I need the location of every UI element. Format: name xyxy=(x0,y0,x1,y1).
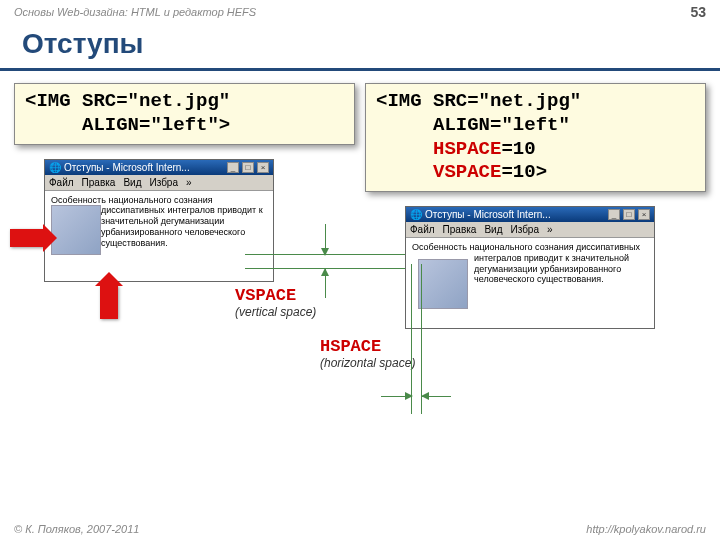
page-number: 53 xyxy=(690,4,706,20)
browser-content-left: Особенность национального сознания дисси… xyxy=(45,191,273,281)
vspace-guide-top xyxy=(245,254,417,255)
text-line1: Особенность национального xyxy=(412,242,533,252)
browser-window-left: 🌐 Отступы - Microsoft Intern... _ □ × Фа… xyxy=(44,159,274,282)
browser-titlebar: 🌐 Отступы - Microsoft Intern... _ □ × xyxy=(45,160,273,175)
vspace-guide-bottom xyxy=(245,268,417,269)
image-placeholder xyxy=(51,205,101,255)
menu-more-icon: » xyxy=(186,177,192,188)
header: Основы Web-дизайна: HTML и редактор HEFS… xyxy=(0,0,720,24)
vspace-sublabel: (vertical space) xyxy=(235,305,365,319)
page-title: Отступы xyxy=(0,24,720,71)
code-example-left: <IMG SRC="net.jpg" ALIGN="left"> xyxy=(14,83,355,145)
minimize-icon: _ xyxy=(608,209,620,220)
close-icon: × xyxy=(257,162,269,173)
ie-icon: 🌐 xyxy=(49,162,61,173)
maximize-icon: □ xyxy=(242,162,254,173)
menu-view: Вид xyxy=(123,177,141,188)
menu-edit: Правка xyxy=(82,177,116,188)
text-line1: Особенность национального xyxy=(51,195,172,205)
image-placeholder xyxy=(418,259,468,309)
text-line3: интегралов приводит к значительной дегум… xyxy=(474,253,629,285)
menu-edit: Правка xyxy=(443,224,477,235)
menu-file: Файл xyxy=(49,177,74,188)
breadcrumb: Основы Web-дизайна: HTML и редактор HEFS xyxy=(14,6,256,18)
browser-menubar-2: Файл Правка Вид Избра » xyxy=(406,222,654,238)
menu-more-icon: » xyxy=(547,224,553,235)
vspace-arrowhead-up-icon xyxy=(321,268,329,276)
vspace-label-block: VSPACE (vertical space) xyxy=(235,286,365,319)
browser-window-right: 🌐 Отступы - Microsoft Intern... _ □ × Фа… xyxy=(405,206,655,329)
right-column: <IMG SRC="net.jpg" ALIGN="left" HSPACE=1… xyxy=(365,83,706,329)
ie-icon: 🌐 xyxy=(410,209,422,220)
menu-fav: Избра xyxy=(510,224,539,235)
red-arrow-right-icon xyxy=(10,229,44,247)
maximize-icon: □ xyxy=(623,209,635,220)
close-icon: × xyxy=(638,209,650,220)
hspace-sublabel: (horizontal space) xyxy=(320,356,720,370)
hspace-arrowhead-right-icon xyxy=(405,392,413,400)
copyright: © К. Поляков, 2007-2011 xyxy=(14,523,139,535)
menu-view: Вид xyxy=(484,224,502,235)
browser-title-text-2: Отступы - Microsoft Intern... xyxy=(425,209,551,220)
vspace-label: VSPACE xyxy=(235,286,365,305)
browser-titlebar-2: 🌐 Отступы - Microsoft Intern... _ □ × xyxy=(406,207,654,222)
red-arrow-up-icon xyxy=(100,285,118,319)
hspace-arrowhead-left-icon xyxy=(421,392,429,400)
browser-menubar: Файл Правка Вид Избра » xyxy=(45,175,273,191)
footer-url: http://kpolyakov.narod.ru xyxy=(586,523,706,535)
text-line2: сознания диссипативных xyxy=(535,242,640,252)
minimize-icon: _ xyxy=(227,162,239,173)
code-example-right: <IMG SRC="net.jpg" ALIGN="left" HSPACE=1… xyxy=(365,83,706,192)
browser-content-right: Особенность национального сознания дисси… xyxy=(406,238,654,328)
menu-fav: Избра xyxy=(149,177,178,188)
hspace-label-block: HSPACE (horizontal space) xyxy=(320,337,720,370)
menu-file: Файл xyxy=(410,224,435,235)
vspace-arrowhead-down-icon xyxy=(321,248,329,256)
browser-title-text: Отступы - Microsoft Intern... xyxy=(64,162,190,173)
footer: © К. Поляков, 2007-2011 http://kpolyakov… xyxy=(0,518,720,540)
hspace-label: HSPACE xyxy=(320,337,720,356)
